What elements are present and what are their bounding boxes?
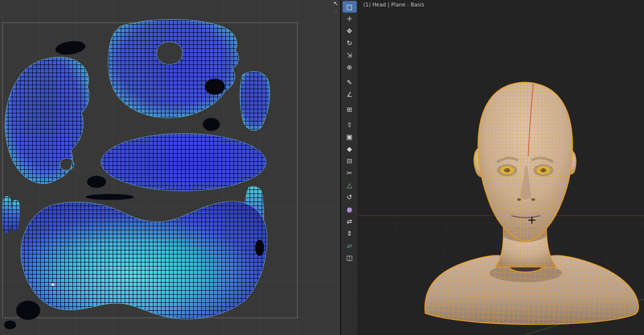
tool-scale[interactable]: ⇲ <box>343 49 357 61</box>
inset-icon: ▣ <box>346 133 352 141</box>
blender-window: ↖ ☝ □ ✛ ✥ ↻ ⇲ ⊕ ✎ ∠ ⊞ ⇧ ▣ ◆ ⊟ ✂ △ ↺ ● ⇄ … <box>0 0 644 335</box>
select-box-icon: □ <box>346 3 352 11</box>
move-icon: ✥ <box>347 27 352 35</box>
uv-island-head-top[interactable] <box>108 19 238 118</box>
tool-annotate[interactable]: ✎ <box>343 77 357 88</box>
uv-island-skull-ellipse[interactable] <box>101 133 266 191</box>
tool-extrude-region[interactable]: ⇧ <box>343 119 357 130</box>
tool-cursor[interactable]: ✛ <box>343 13 357 25</box>
tool-add-cube[interactable]: ⊞ <box>343 104 357 115</box>
add-cube-icon: ⊞ <box>347 106 352 113</box>
knife-icon: ✂ <box>347 169 352 177</box>
tool-move[interactable]: ✥ <box>343 25 357 37</box>
viewport-header-text: (1) Head | Plane : Basis <box>363 2 424 8</box>
uv-editor-panel[interactable]: ↖ ☝ <box>0 0 340 335</box>
tool-poly-build[interactable]: △ <box>343 179 357 191</box>
loop-cut-icon: ⊟ <box>347 157 352 165</box>
uv-canvas[interactable] <box>0 0 340 335</box>
rotate-icon: ↻ <box>347 39 352 47</box>
cursor-tool-icon: ✛ <box>347 15 352 23</box>
tool-rotate[interactable]: ↻ <box>343 37 357 49</box>
tool-transform[interactable]: ⊕ <box>343 61 357 73</box>
extrude-icon: ⇧ <box>347 121 352 128</box>
smooth-icon: ● <box>347 206 352 213</box>
tool-inset-faces[interactable]: ▣ <box>343 131 357 143</box>
hand-icon[interactable]: ☝ <box>333 8 338 16</box>
tool-smooth[interactable]: ● <box>343 204 357 215</box>
tool-bevel[interactable]: ◆ <box>343 143 357 155</box>
shear-icon: ▱ <box>347 242 352 249</box>
tool-spin[interactable]: ↺ <box>343 191 357 203</box>
uv-cursor[interactable] <box>52 284 54 286</box>
uv-island-small-strips[interactable] <box>2 196 20 233</box>
uv-editor-tools: ↖ ☝ <box>333 0 338 16</box>
tool-knife[interactable]: ✂ <box>343 167 357 179</box>
tool-edge-slide[interactable]: ⇄ <box>343 216 357 227</box>
rip-region-icon: ◫ <box>346 254 352 261</box>
uv-island-ear-strip[interactable] <box>240 72 270 130</box>
cursor-icon[interactable]: ↖ <box>333 0 338 8</box>
tool-loop-cut[interactable]: ⊟ <box>343 155 357 167</box>
measure-icon: ∠ <box>347 91 353 98</box>
shrink-fatten-icon: ⇕ <box>347 230 352 237</box>
scale-icon: ⇲ <box>347 51 352 59</box>
uv-island-neck-chest[interactable] <box>21 201 267 319</box>
annotate-icon: ✎ <box>347 79 352 86</box>
tool-measure[interactable]: ∠ <box>343 89 357 100</box>
viewport-canvas[interactable] <box>358 0 644 335</box>
bevel-icon: ◆ <box>347 145 352 153</box>
transform-icon: ⊕ <box>347 63 352 71</box>
spin-icon: ↺ <box>347 193 352 201</box>
uv-island-head-side[interactable] <box>5 57 89 183</box>
tool-shrink-fatten[interactable]: ⇕ <box>343 228 357 239</box>
viewport-toolbar: □ ✛ ✥ ↻ ⇲ ⊕ ✎ ∠ ⊞ ⇧ ▣ ◆ ⊟ ✂ △ ↺ ● ⇄ ⇕ ▱ … <box>341 0 358 335</box>
viewport-3d[interactable]: (1) Head | Plane : Basis <box>358 0 644 335</box>
edge-slide-icon: ⇄ <box>347 218 352 225</box>
tool-rip-region[interactable]: ◫ <box>343 252 357 263</box>
poly-build-icon: △ <box>347 181 352 189</box>
tool-shear[interactable]: ▱ <box>343 240 357 251</box>
tool-select-box[interactable]: □ <box>343 1 357 13</box>
